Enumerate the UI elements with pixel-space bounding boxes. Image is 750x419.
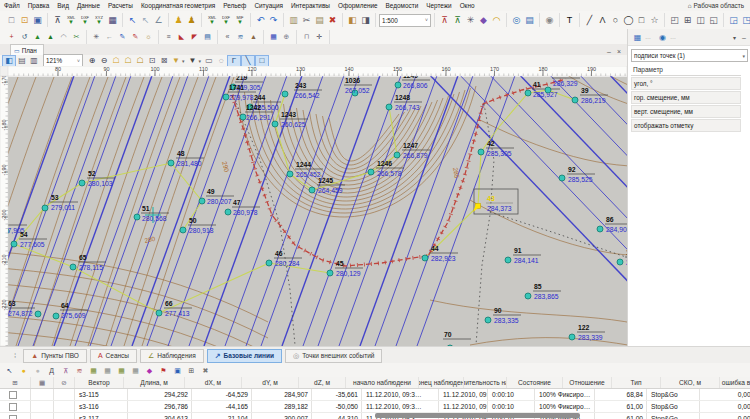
panel-caret-icon[interactable]: ▾	[733, 34, 736, 41]
table-import-icon[interactable]: ▦	[115, 364, 128, 377]
frame-icon[interactable]: ⊓	[300, 30, 313, 43]
dropdown-dots-icon[interactable]: …	[670, 34, 676, 40]
row-checkbox-cell[interactable]	[0, 401, 31, 412]
panel-minimize-icon[interactable]: –	[742, 34, 746, 41]
export-dxf-icon[interactable]: DXF▼	[219, 14, 233, 27]
redo-icon[interactable]: ↷	[267, 14, 280, 27]
menu-вид[interactable]: Вид	[53, 2, 73, 9]
window-tile-icon[interactable]: ◲	[727, 14, 740, 27]
export-xml-icon[interactable]: XML▼	[205, 14, 219, 27]
tab-plan[interactable]: ▭ План	[10, 44, 44, 55]
edit-red-icon[interactable]: ✎	[129, 30, 142, 43]
select-cursor-icon[interactable]: ↖	[126, 14, 139, 27]
add-point-icon[interactable]: +	[5, 30, 18, 43]
column-header-dY, м[interactable]: dY, м	[242, 377, 299, 388]
filter-caret-icon[interactable]: ▾	[182, 58, 185, 64]
menu-рельеф[interactable]: Рельеф	[219, 2, 250, 9]
survey-point[interactable]	[282, 91, 288, 97]
select-polygon-icon[interactable]: □	[255, 55, 269, 67]
back-icon[interactable]: ←	[103, 30, 116, 43]
menu-координатная геометрия[interactable]: Координатная геометрия	[137, 2, 219, 9]
row-checkbox[interactable]	[9, 403, 17, 411]
layer-filter-icon[interactable]: ▼	[170, 56, 182, 66]
survey-point[interactable]	[617, 259, 623, 265]
survey-point[interactable]	[422, 255, 428, 261]
survey-point[interactable]	[180, 227, 186, 233]
save-icon[interactable]: ▣	[31, 14, 44, 27]
measure-icon[interactable]: ∠	[152, 14, 165, 27]
grid-tool-icon[interactable]: ⊞	[681, 14, 694, 27]
survey-point[interactable]	[53, 313, 59, 319]
print-icon[interactable]: ▤	[16, 56, 28, 66]
crosshair-icon[interactable]: ✛	[313, 30, 326, 43]
zoom-extent-icon[interactable]: ⊡	[146, 56, 158, 66]
row-checkbox-cell[interactable]	[0, 389, 31, 400]
globe-icon[interactable]: ◎	[510, 14, 523, 27]
menu-интерактивы[interactable]: Интерактивы	[287, 2, 334, 9]
export-mif-icon[interactable]: MIF▼	[233, 14, 247, 27]
delete-icon[interactable]: ✖	[326, 14, 339, 27]
rename-icon[interactable]: Д	[45, 364, 58, 377]
table-import-icon[interactable]: ▦	[106, 14, 119, 27]
menu-окно[interactable]: Окно	[456, 2, 479, 9]
layout2-icon[interactable]: ◨	[359, 14, 372, 27]
sheet-icon[interactable]: ▤	[201, 30, 214, 43]
adjust-icon[interactable]: ◆	[477, 14, 490, 27]
tab-сеансы[interactable]: AСеансы	[90, 349, 137, 363]
select-column-icon[interactable]: ⊞	[0, 377, 31, 388]
row-checkbox[interactable]	[9, 415, 17, 419]
gnss-import-icon[interactable]: ⊼	[51, 14, 64, 27]
copy-icon[interactable]: ▥	[287, 14, 300, 27]
import-dxf-icon[interactable]: DXF▼	[78, 14, 92, 27]
survey-point[interactable]	[505, 257, 511, 263]
polygon-tool-icon[interactable]: ☆	[648, 14, 661, 27]
bulb-on-icon[interactable]: ●	[17, 364, 30, 377]
close-plan-button[interactable]: ×	[617, 48, 621, 55]
survey-point[interactable]	[545, 87, 551, 93]
survey-point[interactable]	[572, 97, 578, 103]
line-tool-icon[interactable]: ╱	[583, 14, 596, 27]
element-filter-icon[interactable]: ▼	[187, 56, 199, 66]
list-icon[interactable]: ≡	[162, 30, 175, 43]
point-tool2-icon[interactable]: ♟	[185, 14, 198, 27]
web-icon[interactable]: ◉	[543, 14, 556, 27]
row-checkbox-cell[interactable]	[0, 413, 31, 419]
scale-combo[interactable]: 1:500˅	[379, 14, 431, 27]
collapse-icon[interactable]: «	[221, 30, 234, 43]
pan-mode-icon[interactable]: ◧	[2, 55, 16, 67]
column-header-начало наблюдени[interactable]: начало наблюдени	[346, 377, 419, 388]
survey-point[interactable]	[327, 270, 333, 276]
recalc-icon[interactable]: ✳	[90, 30, 103, 43]
import-points2-icon[interactable]: ▲	[44, 30, 57, 43]
row-checkbox[interactable]	[9, 391, 17, 399]
preview-icon[interactable]: ▥	[28, 56, 40, 66]
survey-point[interactable]	[168, 160, 174, 166]
table-export2-icon[interactable]: ▦	[101, 364, 114, 377]
flag-icon[interactable]: ⚑	[157, 364, 170, 377]
survey-point[interactable]	[559, 175, 565, 181]
point-labels-combo[interactable]: подписи точек (1) ▾	[631, 49, 748, 62]
column-header-длительность наб[interactable]: длительность наб	[464, 377, 507, 388]
ellipse-tool-icon[interactable]: ○	[609, 14, 622, 27]
new-file-icon[interactable]: □	[5, 14, 18, 27]
survey-point[interactable]	[478, 149, 484, 155]
panel-pin-icon[interactable]: ◉	[656, 31, 669, 44]
menu-данные[interactable]: Данные	[73, 2, 104, 9]
tab-пункты-пво[interactable]: ▲Пункты ПВО	[23, 349, 87, 363]
survey-point[interactable]	[79, 180, 85, 186]
menu-ведомости[interactable]: Ведомости	[382, 2, 423, 9]
style-icon[interactable]: ◆	[143, 364, 156, 377]
import-points-icon[interactable]: ▲	[31, 30, 44, 43]
water-icon[interactable]: ≋	[234, 30, 247, 43]
arc-icon[interactable]: ◠	[57, 30, 70, 43]
survey-point[interactable]	[287, 171, 293, 177]
menu-файл[interactable]: Файл	[0, 2, 24, 9]
pan-prev-icon[interactable]: ☖	[122, 56, 134, 66]
survey-point[interactable]	[525, 90, 531, 96]
station-icon[interactable]: ⊼	[438, 14, 451, 27]
select-rect-icon[interactable]: ▭	[203, 56, 215, 66]
column-header-dX, м[interactable]: dX, м	[185, 377, 242, 388]
import-xml-icon[interactable]: XML▼	[64, 14, 78, 27]
table-export-icon[interactable]: ▦	[87, 364, 100, 377]
column-header-Вектор[interactable]: Вектор	[75, 377, 124, 388]
